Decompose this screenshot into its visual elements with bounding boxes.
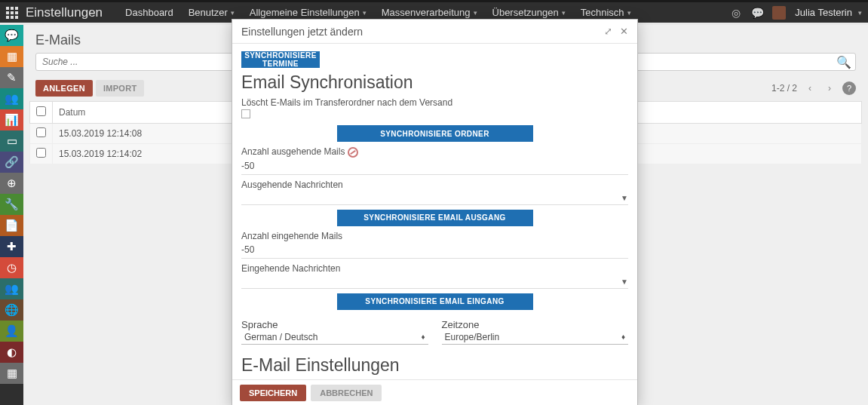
timezone-label: Zeitzone (442, 319, 629, 330)
language-select[interactable]: German / Deutsch♦ (241, 330, 428, 345)
language-label: Sprache (241, 319, 428, 330)
sync-ordner-button[interactable]: SYNCHRONISIERE ORDNER (337, 125, 533, 142)
settings-modal: Einstellungen jetzt ändern ⤢ ✕ SYNCHRONI… (232, 19, 638, 405)
modal-title: Einstellungen jetzt ändern (241, 26, 363, 38)
close-icon[interactable]: ✕ (620, 26, 628, 37)
in-msgs-label: Eingehende Nachrichten (241, 263, 628, 274)
sync-out-button[interactable]: SYNCHRONISIERE EMAIL AUSGANG (337, 210, 533, 226)
out-count-label: Anzahl ausgehende Mails (241, 146, 345, 157)
in-count-label: Anzahl eingehende Mails (241, 231, 628, 241)
save-button[interactable]: SPEICHERN (240, 385, 306, 401)
email-settings-heading: E-Mail Einstellungen (241, 355, 628, 376)
out-msgs-select[interactable]: ▼ (241, 192, 628, 205)
out-msgs-label: Ausgehende Nachrichten (241, 179, 628, 190)
email-sync-heading: Email Synchronisation (241, 72, 628, 93)
blocked-icon (348, 147, 358, 158)
in-count-value[interactable]: -50 (241, 243, 628, 259)
timezone-select[interactable]: Europe/Berlin♦ (442, 330, 629, 345)
delete-transfer-label: Löscht E-Mails im Transferordner nach de… (241, 97, 628, 108)
cancel-button[interactable]: ABBRECHEN (311, 385, 382, 401)
sync-termine-button[interactable]: SYNCHRONISIERE TERMINE (241, 51, 320, 68)
out-count-value[interactable]: -50 (241, 159, 628, 175)
delete-transfer-checkbox[interactable] (241, 109, 250, 118)
sync-in-button[interactable]: SYNCHRONISIERE EMAIL EINGANG (337, 293, 533, 310)
expand-icon[interactable]: ⤢ (604, 26, 612, 37)
in-msgs-select[interactable]: ▼ (241, 275, 628, 289)
